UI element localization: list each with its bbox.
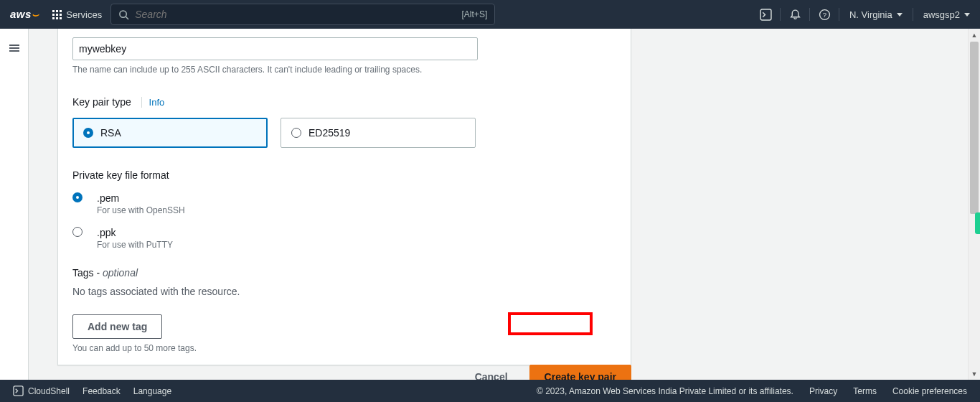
scroll-down-icon[interactable]: ▼	[969, 368, 980, 380]
caret-down-icon	[964, 13, 970, 17]
aws-logo[interactable]: aws⌣	[10, 8, 39, 21]
cloudshell-link[interactable]: CloudShell	[13, 385, 70, 396]
keypair-type-options: RSA ED25519	[72, 118, 616, 148]
radio-icon	[72, 192, 83, 202]
search-icon	[118, 9, 129, 20]
footer-left: CloudShell Feedback Language	[13, 385, 171, 396]
terminal-icon	[13, 385, 24, 396]
format-pem[interactable]: .pem For use with OpenSSH	[72, 192, 616, 215]
keypair-panel: The name can include up to 255 ASCII cha…	[57, 29, 631, 365]
add-tag-button[interactable]: Add new tag	[72, 314, 162, 339]
nav-right: ? N. Virginia awsgsp2	[751, 0, 980, 29]
ppk-label: .ppk	[97, 227, 173, 238]
scrollbar[interactable]: ▲ ▼	[968, 29, 980, 380]
hamburger-icon[interactable]	[9, 45, 19, 52]
action-row: Cancel Create key pair	[57, 365, 631, 380]
pem-desc: For use with OpenSSH	[97, 205, 185, 215]
radio-icon	[83, 128, 93, 138]
terminal-icon	[760, 9, 772, 21]
cloudshell-icon-button[interactable]	[751, 0, 780, 29]
cancel-button[interactable]: Cancel	[465, 365, 518, 380]
ppk-desc: For use with PuTTY	[97, 240, 173, 250]
account-menu[interactable]: awsgsp2	[913, 0, 980, 29]
footer: CloudShell Feedback Language © 2023, Ama…	[0, 380, 980, 402]
info-link[interactable]: Info	[141, 97, 165, 108]
cookie-link[interactable]: Cookie preferences	[892, 386, 967, 396]
region-selector[interactable]: N. Virginia	[839, 0, 913, 29]
services-button[interactable]: Services	[52, 9, 102, 20]
cloudshell-label: CloudShell	[28, 386, 70, 396]
notifications-button[interactable]	[781, 0, 809, 29]
help-icon: ?	[819, 9, 831, 21]
keypair-type-label: Key pair type Info	[72, 96, 616, 108]
global-search[interactable]: [Alt+S]	[110, 4, 495, 25]
grid-icon	[52, 9, 62, 19]
create-keypair-button[interactable]: Create key pair	[529, 365, 631, 380]
search-shortcut-hint: [Alt+S]	[462, 9, 488, 19]
language-link[interactable]: Language	[133, 386, 171, 396]
tags-section-title: Tags - optional	[72, 267, 616, 279]
feedback-tab[interactable]	[975, 212, 980, 234]
tags-empty-message: No tags associated with the resource.	[72, 286, 616, 297]
radio-icon	[291, 128, 301, 138]
services-label: Services	[66, 9, 102, 20]
svg-point-0	[120, 10, 126, 17]
feedback-link[interactable]: Feedback	[83, 386, 121, 396]
rsa-label: RSA	[100, 127, 121, 139]
copyright-text: © 2023, Amazon Web Services India Privat…	[537, 386, 793, 396]
search-input[interactable]	[135, 9, 461, 20]
caret-down-icon	[897, 13, 903, 17]
keypair-name-input[interactable]	[72, 37, 478, 60]
footer-right: © 2023, Amazon Web Services India Privat…	[537, 386, 967, 396]
scroll-thumb[interactable]	[970, 42, 979, 214]
keypair-type-ed25519[interactable]: ED25519	[281, 118, 476, 148]
svg-text:?: ?	[823, 10, 826, 18]
svg-line-1	[126, 17, 129, 19]
radio-icon	[72, 227, 83, 237]
add-tag-hint: You can add up to 50 more tags.	[72, 343, 616, 353]
top-nav: aws⌣ Services [Alt+S] ? N. Virginia awsg…	[0, 0, 980, 29]
scroll-up-icon[interactable]: ▲	[969, 29, 980, 41]
aws-smile-icon: ⌣	[32, 8, 39, 20]
region-label: N. Virginia	[849, 9, 892, 20]
svg-rect-5	[14, 386, 23, 396]
terms-link[interactable]: Terms	[853, 386, 877, 396]
bell-icon	[789, 9, 801, 21]
main-content: The name can include up to 255 ASCII cha…	[29, 29, 980, 380]
privacy-link[interactable]: Privacy	[809, 386, 837, 396]
help-button[interactable]: ?	[810, 0, 839, 29]
format-ppk[interactable]: .ppk For use with PuTTY	[72, 227, 616, 250]
account-label: awsgsp2	[923, 9, 960, 20]
pem-label: .pem	[97, 192, 185, 204]
format-label: Private key file format	[72, 169, 616, 181]
keypair-type-rsa[interactable]: RSA	[72, 118, 268, 148]
ed-label: ED25519	[308, 127, 350, 139]
svg-rect-2	[760, 9, 771, 20]
name-hint: The name can include up to 255 ASCII cha…	[72, 65, 616, 75]
left-rail	[0, 29, 29, 380]
